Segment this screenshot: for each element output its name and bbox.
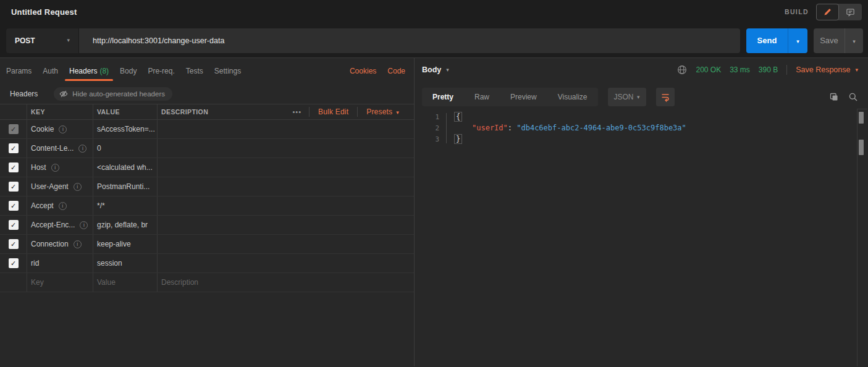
description-cell[interactable] xyxy=(158,216,414,234)
headers-table: KEY VALUE DESCRIPTION ••• Bulk Edit Pres… xyxy=(0,104,414,292)
titlebar: Untitled Request BUILD xyxy=(0,0,868,23)
edit-comment-toggle-group xyxy=(816,4,862,20)
divider xyxy=(786,65,787,75)
value-cell[interactable]: PostmanRunti... xyxy=(93,177,158,196)
send-button[interactable]: Send xyxy=(746,28,788,53)
row-checkbox[interactable]: ✓ xyxy=(9,182,19,192)
value-cell[interactable]: 0 xyxy=(93,139,158,158)
tab-pre-req[interactable]: Pre-req. xyxy=(142,58,180,84)
key-cell[interactable]: User-Agenti xyxy=(27,177,93,196)
key-cell[interactable]: rid xyxy=(27,254,93,272)
new-value-input[interactable]: Value xyxy=(93,273,158,292)
comments-button[interactable] xyxy=(839,4,862,20)
info-icon: i xyxy=(59,202,67,210)
response-view-tabs: Pretty Raw Preview Visualize xyxy=(422,88,598,106)
key-cell[interactable]: Content-Le...i xyxy=(27,139,93,158)
url-value: http://localhost:3001/change-user-data xyxy=(93,36,224,45)
key-cell[interactable]: Cookiei xyxy=(27,120,93,138)
copy-button[interactable] xyxy=(829,92,839,102)
description-cell[interactable] xyxy=(158,254,414,272)
row-checkbox[interactable]: ✓ xyxy=(9,143,19,153)
view-tab-visualize[interactable]: Visualize xyxy=(547,88,598,106)
close-brace: } xyxy=(454,134,462,144)
row-checkbox[interactable]: ✓ xyxy=(9,162,19,172)
value-cell[interactable]: <calculated wh... xyxy=(93,158,158,177)
wrap-text-button[interactable] xyxy=(656,88,675,106)
new-description-input[interactable]: Description xyxy=(158,273,414,292)
save-button[interactable]: Save xyxy=(814,28,845,53)
editor-scrollbar-track[interactable] xyxy=(857,109,857,366)
more-options-icon[interactable]: ••• xyxy=(285,108,309,116)
tab-tests[interactable]: Tests xyxy=(180,58,209,84)
view-tab-pretty[interactable]: Pretty xyxy=(422,88,464,106)
request-pane: Params Auth Headers (8) Body Pre-req. Te… xyxy=(0,58,415,366)
content-panes: Params Auth Headers (8) Body Pre-req. Te… xyxy=(0,58,868,366)
cookies-link[interactable]: Cookies xyxy=(350,67,376,75)
value-cell[interactable]: session xyxy=(93,254,158,272)
code-line: 3 } xyxy=(415,133,868,145)
edit-request-button[interactable] xyxy=(816,4,839,20)
new-key-input[interactable]: Key xyxy=(27,273,93,292)
key-cell[interactable]: Accept-Enc...i xyxy=(27,216,93,234)
key-cell[interactable]: Accepti xyxy=(27,196,93,215)
description-cell[interactable] xyxy=(158,120,414,138)
line-number: 3 xyxy=(415,135,439,143)
search-button[interactable] xyxy=(848,92,858,102)
send-options-button[interactable]: ▾ xyxy=(788,28,807,53)
tab-body[interactable]: Body xyxy=(114,58,142,84)
request-title: Untitled Request xyxy=(11,7,77,17)
row-checkbox[interactable]: ✓ xyxy=(9,220,19,230)
line-number: 1 xyxy=(415,113,439,121)
tab-auth[interactable]: Auth xyxy=(37,58,64,84)
chevron-down-icon: ▾ xyxy=(853,38,856,44)
bulk-edit-link[interactable]: Bulk Edit xyxy=(310,108,357,116)
row-checkbox[interactable]: ✓ xyxy=(9,258,19,268)
headers-count-badge: (8) xyxy=(99,67,109,75)
json-key: "userId" xyxy=(472,124,508,132)
tab-settings[interactable]: Settings xyxy=(209,58,246,84)
info-icon: i xyxy=(74,183,82,191)
description-cell[interactable] xyxy=(158,235,414,253)
description-cell[interactable] xyxy=(158,139,414,158)
code-line: 2 "userId": "db4c6ebf-abc2-4964-abe9-0c5… xyxy=(415,122,868,133)
code-link[interactable]: Code xyxy=(387,67,405,75)
value-cell[interactable]: */* xyxy=(93,196,158,215)
titlebar-right: BUILD xyxy=(785,4,862,20)
row-checkbox[interactable]: ✓ xyxy=(9,201,19,211)
view-tab-preview[interactable]: Preview xyxy=(500,88,547,106)
info-icon: i xyxy=(59,125,67,133)
postman-app: Untitled Request BUILD POST xyxy=(0,0,868,367)
response-code-editor: 1 { 2 "userId": "db4c6ebf-abc2-4964-abe9… xyxy=(415,111,868,145)
headers-table-head: KEY VALUE DESCRIPTION ••• Bulk Edit Pres… xyxy=(0,104,414,120)
key-cell[interactable]: Connectioni xyxy=(27,235,93,253)
language-select[interactable]: JSON ▾ xyxy=(608,88,646,106)
open-brace: { xyxy=(454,112,462,122)
response-toolbar: Pretty Raw Preview Visualize JSON ▾ xyxy=(422,88,858,106)
description-cell[interactable] xyxy=(158,177,414,196)
header-row-connection: ✓ Connectioni keep-alive xyxy=(0,235,414,254)
response-meta-bar: Body ▾ 200 OK 33 ms 390 B Save Response … xyxy=(415,58,868,82)
value-cell[interactable]: gzip, deflate, br xyxy=(93,216,158,234)
build-mode-label: BUILD xyxy=(785,8,809,15)
view-tab-raw[interactable]: Raw xyxy=(464,88,500,106)
url-input[interactable]: http://localhost:3001/change-user-data xyxy=(79,28,740,53)
network-globe-icon[interactable] xyxy=(677,65,687,75)
presets-dropdown[interactable]: Presets▾ xyxy=(358,108,408,116)
method-select[interactable]: POST ▾ xyxy=(6,28,79,53)
column-header-key: KEY xyxy=(27,104,93,119)
description-cell[interactable] xyxy=(158,158,414,177)
response-body-dropdown[interactable]: Body ▾ xyxy=(422,65,449,74)
value-cell[interactable]: sAccessToken=... xyxy=(93,120,158,138)
column-header-value: VALUE xyxy=(93,104,158,119)
description-cell[interactable] xyxy=(158,196,414,215)
tab-params[interactable]: Params xyxy=(1,58,37,84)
save-options-button[interactable]: ▾ xyxy=(845,28,863,53)
header-row-cookie: ✓ Cookiei sAccessToken=... xyxy=(0,120,414,139)
row-checkbox[interactable]: ✓ xyxy=(9,239,19,249)
tab-headers[interactable]: Headers (8) xyxy=(64,58,114,84)
value-cell[interactable]: keep-alive xyxy=(93,235,158,253)
hide-autogenerated-toggle[interactable]: Hide auto-generated headers xyxy=(54,87,172,101)
line-number: 2 xyxy=(415,124,439,132)
key-cell[interactable]: Hosti xyxy=(27,158,93,177)
save-response-dropdown[interactable]: Save Response ▾ xyxy=(796,65,858,74)
